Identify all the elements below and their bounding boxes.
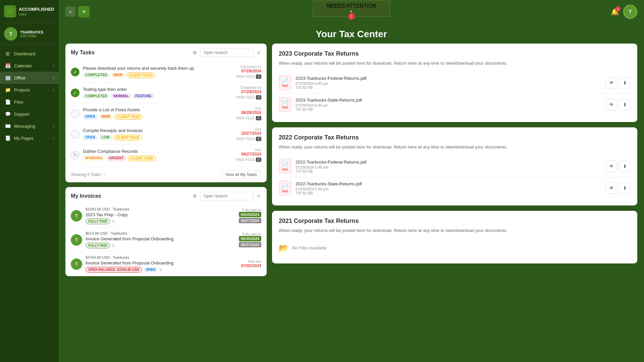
tasks-options-button[interactable]: ≡ [256, 49, 261, 57]
logo-line2: cpas [19, 12, 54, 16]
task-check[interactable] [71, 109, 79, 118]
pdf-date: 07/29/2024 5:46 pm [296, 165, 602, 169]
sidebar-item-mypages[interactable]: 📑 My Pages › [0, 132, 59, 144]
task-files-count: 0 [256, 158, 261, 162]
invoice-name: Invoice Generated from Proposal Onboardi… [86, 260, 218, 265]
support-icon: 💬 [5, 111, 11, 117]
left-column: My Tasks ⚙ ≡ ✓ Please download your r [65, 44, 267, 357]
task-date: 10/27/2024 [221, 131, 261, 136]
main-area: « + NEEDS ATTENTION ▾ ! 🔔 4 T Your Tax C… [59, 0, 644, 362]
task-list: ✓ Please download your returns and secur… [65, 60, 267, 167]
user-avatar: T [4, 27, 17, 41]
files-icon: 📄 [5, 99, 11, 105]
table-row: Compile Receipts and Invoices OPEN LOW C… [65, 124, 267, 145]
invoice-list: T $1040.00 USD · Tsarbucks 2023 Tax Prep… [65, 204, 267, 276]
sidebar-item-dashboard[interactable]: ⊞ Dashboard [0, 48, 59, 60]
view-all-tasks-button[interactable]: View all My Tasks [221, 170, 261, 179]
task-files-count: 0 [256, 137, 261, 141]
task-check[interactable]: ↻ [71, 151, 79, 160]
tax-card-desc: When ready, your returns will be posted … [279, 227, 631, 234]
invoices-options-button[interactable]: ≡ [256, 192, 261, 200]
table-row: ✓ Please download your returns and secur… [65, 62, 267, 82]
tag: HIGH [99, 114, 113, 120]
task-check[interactable] [71, 130, 79, 139]
tasks-filter-button[interactable]: ⚙ [191, 49, 198, 57]
sidebar-item-office[interactable]: 🏢 Office › [0, 72, 59, 84]
sidebar-item-label: Support [14, 112, 30, 117]
invoice-avatar: T [71, 234, 82, 246]
task-meta-label: Completed on [221, 65, 261, 69]
tag: FULLY PAID [86, 219, 110, 224]
task-files: TASK FILES 0 [221, 158, 261, 162]
sidebar-item-label: Office [14, 75, 25, 80]
task-name: Gather Compliance Records [83, 149, 218, 154]
collapse-sidebar-button[interactable]: « [65, 7, 75, 17]
notifications-button[interactable]: 🔔 4 [611, 8, 619, 16]
logo-icon: 🌿 [4, 5, 16, 17]
invoice-name: 2023 Tax Prep - Copy [86, 212, 218, 217]
pdf-size: 737.82 KB [296, 107, 602, 111]
tax-returns-2022-card: 2022 Corporate Tax Returns When ready, y… [272, 127, 637, 206]
content-area: Your Tax Center My Tasks ⚙ ≡ [59, 23, 644, 362]
view-pdf-button[interactable]: 👁 [606, 161, 617, 172]
user-name: TSARBUCKS [20, 30, 55, 34]
calendar-icon: 📅 [5, 63, 11, 68]
view-pdf-button[interactable]: 👁 [606, 99, 617, 110]
view-pdf-button[interactable]: 👁 [606, 182, 617, 194]
chevron-right-icon: › [53, 64, 54, 68]
task-files-label: TASK FILES [236, 96, 255, 99]
pdf-symbol: 📄 [282, 183, 288, 190]
sidebar-item-projects[interactable]: 📁 Projects › [0, 84, 59, 96]
task-name: Compile Receipts and Invoices [83, 128, 218, 133]
invoice-amount: $1040.00 USD · Tsarbucks [86, 207, 218, 211]
sidebar-item-files[interactable]: 📄 Files [0, 96, 59, 108]
needs-attention-label: NEEDS ATTENTION [326, 3, 376, 9]
invoices-search-input[interactable] [200, 192, 254, 200]
tag: OPEN [144, 267, 158, 272]
user-section[interactable]: T TSARBUCKS Edit Profile [0, 23, 59, 45]
sidebar-item-messaging[interactable]: ✉️ Messaging › [0, 120, 59, 132]
task-check[interactable]: ✓ [71, 88, 79, 97]
download-pdf-button[interactable]: ⬇ [619, 99, 631, 110]
chevron-right-icon: › [53, 124, 54, 128]
sync-icon[interactable]: ↻ [112, 243, 115, 248]
view-pdf-button[interactable]: 👁 [606, 77, 617, 88]
tax-card-title: 2021 Corporate Tax Returns [279, 218, 631, 225]
tax-card-desc: When ready, your returns will be posted … [279, 60, 631, 67]
pdf-date: 07/29/2024 5:46 pm [296, 187, 602, 191]
invoice-date: 07/02/2024 [221, 263, 261, 268]
sidebar-item-calendar[interactable]: 📅 Calendar › [0, 60, 59, 72]
add-button[interactable]: + [78, 6, 90, 17]
task-files-count: 0 [256, 116, 261, 120]
sidebar-item-support[interactable]: 💬 Support [0, 108, 59, 120]
download-pdf-button[interactable]: ⬇ [619, 77, 631, 88]
invoices-filter-button[interactable]: ⚙ [191, 192, 198, 200]
download-pdf-button[interactable]: ⬇ [619, 161, 631, 172]
table-row: ↻ Gather Compliance Records WORKING URGE… [65, 145, 267, 165]
table-row: ✓ Testing type then enter COMPLETED NORM… [65, 82, 267, 103]
needs-attention-banner[interactable]: NEEDS ATTENTION ▾ ! [313, 0, 390, 17]
chevron-right-icon: › [53, 136, 54, 140]
profile-avatar[interactable]: T [623, 5, 637, 19]
sync-icon[interactable]: ↻ [159, 267, 163, 272]
pdf-filename: 2023-Tsarbucks-State-Returns.pdf [296, 98, 602, 103]
pdf-date: 07/29/2024 5:45 pm [296, 103, 602, 107]
sync-icon[interactable]: ↻ [112, 219, 115, 224]
pdf-item: 📄 PDF 2023-Tsarbucks-State-Returns.pdf 0… [279, 94, 631, 115]
sidebar: 🌿 ACCOMPLISHED cpas T TSARBUCKS Edit Pro… [0, 0, 59, 362]
task-files: TASK FILES 0 [221, 74, 261, 79]
edit-profile-link[interactable]: Edit Profile [20, 34, 55, 38]
task-name: Please download your returns and securel… [83, 66, 218, 71]
sidebar-item-label: My Pages [14, 136, 34, 141]
task-check[interactable]: ✓ [71, 68, 79, 76]
sidebar-item-label: Messaging [14, 124, 35, 129]
download-pdf-button[interactable]: ⬇ [619, 182, 631, 194]
pdf-size: 737.82 KB [296, 191, 602, 195]
tasks-search-input[interactable] [200, 48, 254, 57]
tag: OPEN BALANCE: $3764.80 USD [86, 267, 142, 273]
task-files-count: 0 [256, 95, 261, 100]
task-files-label: TASK FILES [236, 158, 255, 162]
pdf-size: 737.82 KB [296, 85, 602, 89]
task-date: 07/29/2024 [221, 89, 261, 94]
task-files-count: 0 [256, 74, 261, 79]
